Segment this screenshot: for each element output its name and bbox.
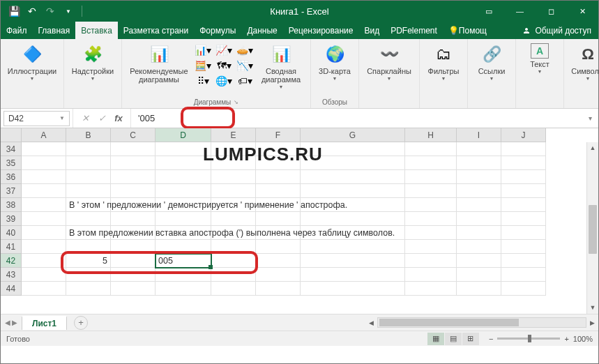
status-ready: Готово: [6, 335, 30, 343]
col-header[interactable]: C: [111, 128, 156, 142]
zoom-level[interactable]: 100%: [573, 335, 593, 343]
sheet-nav[interactable]: ◀▶: [1, 319, 22, 326]
view-normal-icon[interactable]: ▦: [427, 333, 444, 345]
window-title: Книга1 - Excel: [270, 6, 328, 17]
tab-data[interactable]: Данные: [241, 22, 282, 39]
chart-hierarchy-icon[interactable]: 🧮▾: [195, 59, 211, 73]
col-header[interactable]: A: [22, 128, 66, 142]
tab-home[interactable]: Главная: [33, 22, 76, 39]
chart-types-column-2: 📈▾ 🗺▾ 🌐▾: [214, 42, 234, 89]
share-button[interactable]: Общий доступ: [515, 22, 598, 39]
select-all-corner[interactable]: [1, 128, 22, 142]
fx-icon[interactable]: fx: [111, 113, 126, 123]
dialog-launcher-charts[interactable]: ↘: [234, 99, 238, 105]
text-button[interactable]: A Текст▼: [520, 42, 559, 74]
chart-column-icon[interactable]: 📊▾: [195, 43, 211, 57]
tab-help[interactable]: 💡 Помощ: [443, 22, 492, 39]
chart-combo-icon[interactable]: 🏷▾: [236, 74, 253, 88]
col-header[interactable]: J: [501, 128, 546, 142]
person-icon: [522, 26, 531, 35]
view-page-layout-icon[interactable]: ▤: [445, 333, 462, 345]
add-sheet-button[interactable]: +: [74, 316, 88, 330]
vertical-scrollbar[interactable]: ▲▼: [586, 142, 598, 314]
tab-review[interactable]: Рецензирование: [283, 22, 359, 39]
3d-map-button[interactable]: 🌍 3D-карта▼: [315, 42, 354, 81]
charts-group-label: Диаграммы: [194, 98, 232, 106]
maximize-button[interactable]: ◻: [536, 1, 567, 22]
col-header[interactable]: I: [457, 128, 501, 142]
chart-surface-icon[interactable]: 🌐▾: [215, 74, 232, 88]
row-header[interactable]: 38: [1, 198, 22, 212]
tours-group-label: Обзоры: [311, 97, 358, 108]
window-controls: ▭ — ◻ ✕: [473, 1, 598, 22]
tab-formulas[interactable]: Формулы: [194, 22, 241, 39]
tab-file[interactable]: Файл: [1, 22, 33, 39]
tab-layout[interactable]: Разметка страни: [118, 22, 194, 39]
cell-b42[interactable]: 5: [66, 254, 111, 268]
qat-customize-icon[interactable]: ▼: [61, 3, 76, 19]
formula-bar: D42▼ ✕ ✓ fx '005 ▾: [1, 109, 598, 128]
chart-map-icon[interactable]: 🗺▾: [215, 59, 232, 73]
enter-formula-icon[interactable]: ✓: [94, 113, 109, 123]
row-header[interactable]: 39: [1, 212, 22, 226]
ribbon-options-icon[interactable]: ▭: [473, 1, 504, 22]
chart-bar-icon: 📊: [148, 43, 170, 66]
row-header[interactable]: 42: [1, 254, 22, 268]
chart-types-column: 📊▾ 🧮▾ ⠿▾: [193, 42, 213, 89]
quick-access-toolbar: 💾 ↶ ↷ ▼: [1, 3, 85, 19]
col-header[interactable]: F: [256, 128, 301, 142]
pivot-chart-button[interactable]: 📊 Сводная диаграмма▼: [256, 42, 306, 89]
textbox-icon: A: [531, 43, 549, 59]
row-header[interactable]: 35: [1, 156, 22, 170]
zoom-slider[interactable]: [497, 338, 560, 340]
links-button[interactable]: 🔗 Ссылки▼: [472, 42, 511, 81]
formula-input[interactable]: '005: [130, 109, 582, 128]
sparklines-button[interactable]: 〰️ Спарклайны▼: [363, 42, 415, 81]
col-header[interactable]: H: [405, 128, 457, 142]
col-header[interactable]: B: [66, 128, 111, 142]
slicer-icon: 🗂: [432, 43, 455, 66]
minimize-button[interactable]: —: [504, 1, 536, 22]
recommended-charts-button[interactable]: 📊 Рекомендуемые диаграммы: [126, 42, 192, 84]
col-header[interactable]: D: [156, 128, 211, 142]
chart-line-icon[interactable]: 📈▾: [215, 43, 232, 57]
status-bar: Готово ▦ ▤ ⊞ − + 100%: [1, 331, 598, 346]
globe-icon: 🌍: [324, 43, 346, 66]
save-icon[interactable]: 💾: [6, 3, 22, 19]
filters-button[interactable]: 🗂 Фильтры▼: [424, 42, 463, 81]
chart-pie-icon[interactable]: 🥧▾: [236, 43, 253, 57]
close-button[interactable]: ✕: [567, 1, 598, 22]
horizontal-scrollbar[interactable]: ◀▶: [365, 314, 598, 331]
addins-button[interactable]: 🧩 Надстройки▼: [68, 42, 117, 81]
name-box[interactable]: D42▼: [3, 111, 70, 126]
tab-view[interactable]: Вид: [358, 22, 385, 39]
row-header[interactable]: 36: [1, 170, 22, 184]
expand-formula-bar[interactable]: ▾: [582, 114, 598, 122]
undo-icon[interactable]: ↶: [24, 3, 40, 19]
zoom-out-button[interactable]: −: [489, 335, 493, 343]
col-header[interactable]: E: [211, 128, 256, 142]
row-header[interactable]: 41: [1, 240, 22, 254]
row-header[interactable]: 44: [1, 282, 22, 296]
chart-stock-icon[interactable]: 📉▾: [236, 59, 253, 73]
pivot-chart-icon: 📊: [270, 43, 292, 66]
row-header[interactable]: 40: [1, 226, 22, 240]
row-header[interactable]: 34: [1, 142, 22, 156]
symbols-button[interactable]: Ω Символы▼: [568, 42, 599, 81]
col-header[interactable]: G: [301, 128, 405, 142]
zoom-in-button[interactable]: +: [564, 335, 568, 343]
illustrations-button[interactable]: 🔷 Иллюстрации▼: [5, 42, 59, 81]
cancel-formula-icon[interactable]: ✕: [77, 113, 93, 123]
tab-pdfelement[interactable]: PDFelement: [385, 22, 443, 39]
row-header[interactable]: 43: [1, 268, 22, 282]
tab-insert[interactable]: Вставка: [75, 22, 118, 39]
view-page-break-icon[interactable]: ⊞: [462, 333, 479, 345]
cell-b38[interactable]: В ' этом ' предложении ' демонстрируется…: [66, 198, 111, 212]
redo-icon[interactable]: ↷: [43, 3, 58, 19]
row-header[interactable]: 37: [1, 184, 22, 198]
cell-b40[interactable]: В этом предложении вставка апострофа (')…: [66, 226, 111, 240]
worksheet-grid[interactable]: A B C D E F G H I J 34 35 36 37 38В ' эт…: [1, 128, 598, 314]
chart-scatter-icon[interactable]: ⠿▾: [195, 74, 211, 88]
cell-d42[interactable]: 005: [156, 254, 211, 268]
sheet-tab-1[interactable]: Лист1: [22, 316, 67, 330]
